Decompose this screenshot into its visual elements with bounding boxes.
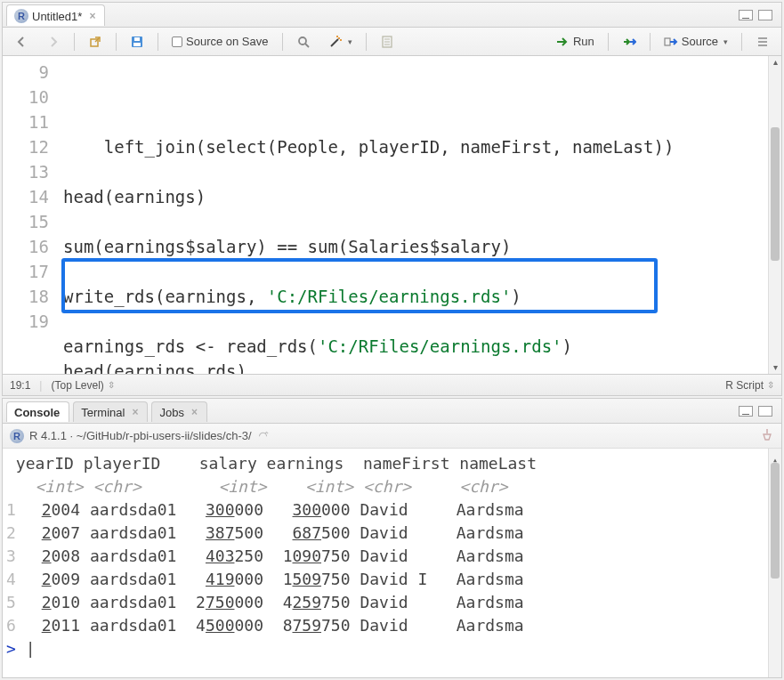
maximize-pane-icon[interactable] (758, 406, 772, 417)
svg-point-6 (340, 39, 342, 41)
outline-button[interactable] (749, 32, 776, 52)
scope-label: (Top Level) (51, 379, 103, 392)
notebook-icon (380, 35, 394, 49)
svg-point-5 (338, 37, 340, 39)
code-editor[interactable]: 910111213141516171819 left_join(select(P… (3, 56, 781, 374)
console-context-bar: R 4.1.1 · ~/GitHub/r-pbi-users-ii/slides… (3, 424, 781, 449)
find-button[interactable] (290, 32, 317, 52)
forward-button[interactable] (40, 32, 67, 52)
svg-rect-3 (133, 43, 141, 46)
code-line[interactable]: head(earnings) (63, 184, 763, 209)
code-line[interactable] (63, 309, 763, 334)
pane-window-controls (739, 10, 778, 20)
popout-icon (88, 35, 102, 49)
console-output[interactable]: yearID playerID salary earnings nameFirs… (3, 449, 781, 677)
tibble-row: 1 2004 aardsda01 300000 300000 David Aar… (6, 498, 774, 522)
arrow-right-icon (46, 35, 61, 49)
r-logo-icon (10, 429, 24, 443)
scroll-down-icon[interactable]: ▾ (769, 361, 781, 374)
code-line[interactable] (63, 159, 763, 184)
svg-point-4 (299, 37, 306, 45)
rerun-icon (622, 35, 636, 49)
console-pane: ConsoleTerminal×Jobs× R 4.1.1 · ~/GitHub… (2, 398, 782, 678)
wand-icon (328, 35, 343, 49)
r-file-icon (14, 9, 28, 23)
minimize-pane-icon[interactable] (739, 406, 753, 417)
arrow-left-icon (14, 35, 28, 49)
svg-rect-2 (134, 37, 140, 41)
language-selector[interactable]: R Script ⇳ (725, 379, 774, 392)
clear-console-icon[interactable] (760, 427, 774, 444)
run-button[interactable]: Run (549, 32, 601, 52)
vertical-scrollbar[interactable]: ▴ ▾ (768, 56, 781, 374)
source-on-save-toggle[interactable]: Source on Save (166, 32, 275, 51)
source-arrow-icon (664, 35, 678, 49)
console-context: R 4.1.1 · ~/GitHub/r-pbi-users-ii/slides… (29, 429, 252, 442)
console-tabbar: ConsoleTerminal×Jobs× (3, 399, 781, 424)
console-prompt: > (6, 639, 26, 658)
close-tab-icon[interactable]: × (89, 10, 95, 22)
compile-report-button[interactable] (374, 32, 400, 52)
tibble-row: 4 2009 aardsda01 419000 1509750 David I … (6, 568, 774, 591)
code-line[interactable] (63, 259, 763, 284)
svg-point-7 (336, 36, 338, 37)
pane-window-controls (739, 406, 778, 417)
tibble-types: <int> <chr> <int> <int> <chr> <chr> (6, 475, 774, 498)
run-label: Run (573, 35, 594, 48)
chevron-down-icon: ▾ (348, 37, 352, 46)
minimize-pane-icon[interactable] (739, 10, 753, 20)
save-button[interactable] (124, 32, 150, 52)
close-tab-icon[interactable]: × (191, 406, 198, 418)
cursor-position: 19:1 (10, 379, 30, 392)
scroll-up-icon[interactable]: ▴ (769, 56, 781, 69)
source-pane: Untitled1* × Source on Save (2, 2, 782, 396)
magnifier-icon (296, 35, 311, 49)
code-line[interactable]: sum(earnings$salary) == sum(Salaries$sal… (63, 234, 763, 259)
chevron-down-icon: ▾ (723, 37, 728, 46)
updown-icon: ⇳ (108, 380, 115, 390)
scroll-thumb[interactable] (771, 127, 780, 261)
code-tools-button[interactable]: ▾ (322, 32, 359, 52)
outline-icon (756, 35, 770, 49)
show-in-new-window-button[interactable] (82, 32, 109, 52)
console-tab-console[interactable]: Console (6, 401, 69, 422)
source-button[interactable]: Source ▾ (658, 32, 734, 52)
source-tab-title: Untitled1* (32, 10, 82, 23)
scope-selector[interactable]: (Top Level) ⇳ (51, 379, 114, 392)
tibble-row: 2 2007 aardsda01 387500 687500 David Aar… (6, 522, 774, 545)
checkbox-icon (172, 36, 182, 47)
source-tabbar: Untitled1* × (3, 3, 781, 28)
console-tabs: ConsoleTerminal×Jobs× (3, 401, 207, 422)
code-line[interactable]: head(earnings_rds) (63, 359, 763, 374)
floppy-disk-icon (130, 35, 144, 49)
source-on-save-label: Source on Save (186, 35, 269, 48)
tibble-header: yearID playerID salary earnings nameFirs… (6, 452, 774, 475)
code-line[interactable]: write_rds(earnings, 'C:/RFiles/earnings.… (63, 284, 763, 309)
code-area[interactable]: left_join(select(People, playerID, nameF… (58, 56, 768, 374)
tibble-row: 5 2010 aardsda01 2750000 4259750 David A… (6, 591, 774, 614)
close-tab-icon[interactable]: × (132, 406, 138, 418)
code-line[interactable]: left_join(select(People, playerID, nameF… (63, 134, 763, 159)
run-arrow-icon (555, 35, 570, 49)
console-tab-terminal[interactable]: Terminal× (73, 401, 148, 422)
svg-rect-9 (665, 38, 670, 45)
code-line[interactable] (63, 209, 763, 234)
source-label: Source (682, 35, 718, 48)
back-button[interactable] (8, 32, 35, 52)
share-arrow-icon[interactable] (257, 430, 269, 441)
vertical-scrollbar[interactable]: ▴ (768, 449, 781, 677)
language-label: R Script (725, 379, 764, 392)
rerun-button[interactable] (616, 32, 643, 52)
updown-icon: ⇳ (767, 380, 774, 390)
line-gutter: 910111213141516171819 (3, 56, 58, 374)
code-line[interactable]: earnings_rds <- read_rds('C:/RFiles/earn… (63, 334, 763, 359)
console-tab-jobs[interactable]: Jobs× (151, 401, 206, 422)
source-toolbar: Source on Save ▾ Run Source ▾ (3, 28, 781, 56)
tibble-row: 3 2008 aardsda01 403250 1090750 David Aa… (6, 545, 774, 568)
source-tab[interactable]: Untitled1* × (6, 4, 105, 26)
maximize-pane-icon[interactable] (758, 10, 772, 20)
tibble-row: 6 2011 aardsda01 4500000 8759750 David A… (6, 614, 774, 637)
source-statusbar: 19:1 | (Top Level) ⇳ R Script ⇳ (3, 374, 781, 395)
